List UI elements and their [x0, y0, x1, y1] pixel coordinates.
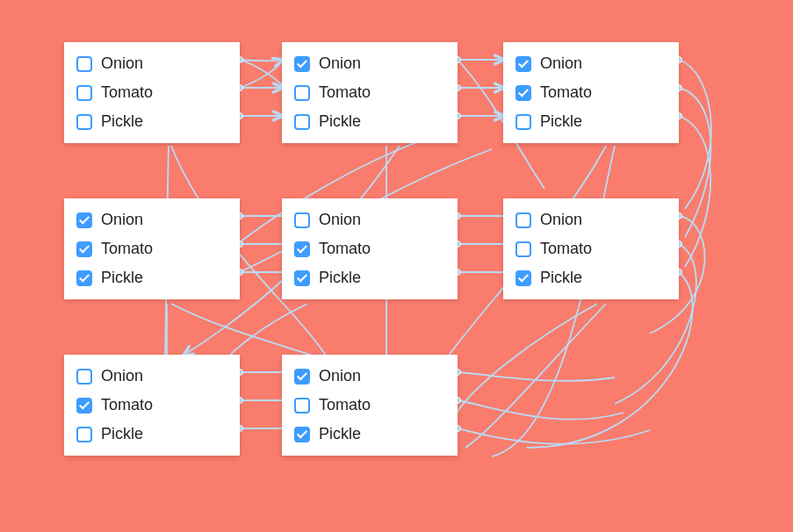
checkbox-icon[interactable]: [76, 114, 92, 130]
option-label: Tomato: [319, 83, 371, 102]
option-label: Tomato: [101, 396, 153, 414]
option-label: Onion: [540, 211, 582, 229]
option-label: Pickle: [319, 269, 361, 287]
checkbox-icon[interactable]: [76, 398, 92, 413]
option-row: Tomato: [76, 234, 227, 263]
option-label: Pickle: [101, 112, 143, 131]
option-row: Pickle: [294, 107, 445, 133]
diagram-canvas: Onion Tomato Pickle Onion Tomato Pickle …: [0, 0, 793, 532]
option-row: Tomato: [294, 78, 445, 107]
option-label: Tomato: [319, 240, 371, 258]
option-row: Onion: [76, 209, 227, 234]
option-label: Onion: [101, 54, 143, 73]
option-label: Pickle: [319, 112, 361, 131]
checkbox-icon[interactable]: [76, 270, 92, 286]
checkbox-icon[interactable]: [294, 427, 310, 442]
option-label: Pickle: [101, 425, 143, 443]
option-label: Pickle: [540, 269, 582, 287]
option-label: Tomato: [101, 240, 153, 258]
option-label: Onion: [319, 54, 361, 73]
option-row: Pickle: [515, 263, 667, 289]
checkbox-icon[interactable]: [294, 85, 310, 101]
checkbox-icon[interactable]: [76, 241, 92, 257]
checkbox-icon[interactable]: [76, 369, 92, 385]
checkbox-icon[interactable]: [294, 398, 310, 413]
option-row: Onion: [76, 365, 227, 391]
option-label: Tomato: [101, 83, 153, 102]
state-card-5[interactable]: Onion Tomato Pickle: [503, 198, 679, 299]
checkbox-icon[interactable]: [76, 212, 92, 228]
option-row: Onion: [515, 53, 667, 78]
checkbox-icon[interactable]: [294, 212, 310, 228]
option-row: Onion: [294, 53, 445, 78]
option-label: Onion: [319, 211, 361, 229]
option-label: Onion: [101, 367, 143, 385]
option-label: Tomato: [540, 240, 592, 258]
checkbox-icon[interactable]: [294, 270, 310, 286]
option-row: Tomato: [515, 78, 667, 107]
option-row: Pickle: [294, 420, 445, 445]
option-label: Onion: [101, 211, 143, 229]
checkbox-icon[interactable]: [294, 114, 310, 130]
option-label: Pickle: [101, 269, 143, 287]
checkbox-icon[interactable]: [515, 241, 531, 257]
option-row: Pickle: [76, 420, 227, 445]
option-row: Onion: [294, 209, 445, 234]
state-card-1[interactable]: Onion Tomato Pickle: [282, 42, 458, 143]
option-row: Tomato: [294, 234, 445, 263]
checkbox-icon[interactable]: [294, 241, 310, 257]
option-row: Tomato: [515, 234, 667, 263]
option-row: Onion: [76, 53, 227, 78]
checkbox-icon[interactable]: [515, 114, 531, 130]
checkbox-icon[interactable]: [515, 56, 531, 72]
checkbox-icon[interactable]: [294, 369, 310, 385]
checkbox-icon[interactable]: [294, 56, 310, 72]
option-label: Pickle: [319, 425, 361, 443]
option-label: Tomato: [540, 83, 592, 102]
option-row: Tomato: [294, 391, 445, 420]
option-label: Onion: [319, 367, 361, 385]
state-card-2[interactable]: Onion Tomato Pickle: [503, 42, 679, 143]
state-card-7[interactable]: Onion Tomato Pickle: [282, 355, 458, 456]
checkbox-icon[interactable]: [76, 85, 92, 101]
option-row: Pickle: [76, 107, 227, 133]
option-label: Onion: [540, 54, 582, 73]
option-row: Onion: [515, 209, 667, 234]
checkbox-icon[interactable]: [515, 212, 531, 228]
option-label: Tomato: [319, 396, 371, 414]
checkbox-icon[interactable]: [76, 427, 92, 442]
option-row: Pickle: [294, 263, 445, 289]
state-card-0[interactable]: Onion Tomato Pickle: [64, 42, 240, 143]
option-row: Tomato: [76, 78, 227, 107]
option-row: Tomato: [76, 391, 227, 420]
state-card-6[interactable]: Onion Tomato Pickle: [64, 355, 240, 456]
state-card-3[interactable]: Onion Tomato Pickle: [64, 198, 240, 299]
checkbox-icon[interactable]: [515, 85, 531, 101]
option-row: Pickle: [515, 107, 667, 133]
option-row: Onion: [294, 365, 445, 391]
checkbox-icon[interactable]: [76, 56, 92, 72]
option-row: Pickle: [76, 263, 227, 289]
state-card-4[interactable]: Onion Tomato Pickle: [282, 198, 458, 299]
option-label: Pickle: [540, 112, 582, 131]
checkbox-icon[interactable]: [515, 270, 531, 286]
